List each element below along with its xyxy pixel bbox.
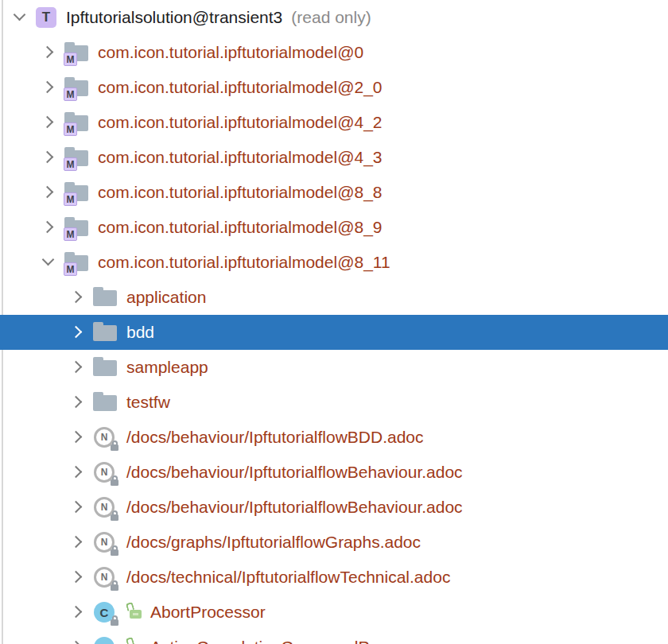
model-badge-icon: M — [64, 192, 77, 206]
model-folder-icon: M — [64, 145, 90, 169]
tree-item-label: sampleapp — [126, 358, 208, 377]
folder-icon — [93, 320, 118, 344]
model-badge-icon: M — [64, 122, 77, 136]
node-icon: N — [93, 565, 118, 589]
chevron-right-icon[interactable] — [68, 289, 84, 305]
node-icon: N — [93, 530, 118, 554]
folder-icon — [93, 285, 118, 309]
read-only-badge: (read only) — [291, 8, 371, 27]
tree-item-label: /docs/graphs/IpftutorialflowGraphs.adoc — [126, 533, 421, 552]
tree-row[interactable]: TIpftutorialsolution@transient3(read onl… — [0, 0, 668, 35]
chevron-right-icon[interactable] — [40, 80, 56, 95]
tree-row[interactable]: N/docs/behaviour/IpftutorialflowBehaviou… — [0, 455, 668, 490]
tree-row[interactable]: Mcom.icon.tutorial.ipftutorialmodel@8_8 — [0, 175, 668, 210]
node-icon: N — [93, 495, 118, 519]
tree-item-label: /docs/behaviour/IpftutorialflowBDD.adoc — [126, 428, 424, 447]
tree-item-label: ActionCompletionCommandProcessor — [150, 638, 433, 644]
model-folder-icon: M — [64, 76, 90, 99]
tree-item-label: com.icon.tutorial.ipftutorialmodel@4_2 — [98, 113, 383, 132]
chevron-right-icon[interactable] — [40, 114, 56, 130]
tree-row[interactable]: Mcom.icon.tutorial.ipftutorialmodel@0 — [0, 35, 668, 70]
chevron-right-icon[interactable] — [40, 45, 56, 60]
chevron-right-icon[interactable] — [68, 499, 84, 515]
chevron-right-icon[interactable] — [68, 429, 84, 445]
tree-row[interactable]: N/docs/behaviour/IpftutorialflowBehaviou… — [0, 490, 668, 525]
tree-row[interactable]: Mcom.icon.tutorial.ipftutorialmodel@4_2 — [0, 105, 668, 140]
tree-row[interactable]: testfw — [0, 385, 668, 420]
model-badge-icon: M — [64, 52, 77, 66]
tree-item-label: com.icon.tutorial.ipftutorialmodel@8_11 — [98, 253, 390, 272]
model-badge-icon: M — [64, 87, 77, 101]
class-icon: C — [93, 635, 118, 644]
tree-row[interactable]: Mcom.icon.tutorial.ipftutorialmodel@4_3 — [0, 140, 668, 175]
chevron-right-icon[interactable] — [68, 569, 84, 585]
model-folder-icon: M — [64, 250, 90, 274]
tree-row[interactable]: sampleapp — [0, 350, 668, 385]
tree-row[interactable]: N/docs/graphs/IpftutorialflowGraphs.adoc — [0, 525, 668, 560]
folder-shape — [93, 290, 117, 306]
class-circle-icon: C — [94, 637, 115, 644]
lock-badge-icon — [111, 549, 118, 556]
chevron-right-icon[interactable] — [68, 464, 84, 480]
project-tree: TIpftutorialsolution@transient3(read onl… — [0, 0, 668, 644]
chevron-right-icon[interactable] — [68, 639, 84, 644]
tree-item-label: AbortProcessor — [150, 603, 266, 622]
node-icon: N — [93, 460, 118, 484]
model-folder-icon: M — [64, 180, 90, 204]
tree-row[interactable]: Mcom.icon.tutorial.ipftutorialmodel@2_0 — [0, 70, 668, 105]
chevron-down-icon[interactable] — [40, 254, 56, 270]
tree-item-label: application — [126, 288, 206, 307]
model-badge-icon: M — [64, 262, 77, 276]
tree-item-label: testfw — [126, 393, 170, 412]
folder-shape — [93, 360, 117, 376]
tree-item-label: com.icon.tutorial.ipftutorialmodel@8_9 — [98, 218, 383, 237]
chevron-right-icon[interactable] — [68, 359, 84, 375]
chevron-right-icon[interactable] — [40, 219, 56, 235]
tree-item-label: com.icon.tutorial.ipftutorialmodel@0 — [98, 43, 363, 62]
lock-badge-icon — [111, 444, 118, 451]
model-folder-icon: M — [64, 215, 90, 239]
chevron-right-icon[interactable] — [68, 324, 84, 340]
tree-row[interactable]: CAbortProcessor — [0, 595, 668, 630]
tree-item-label: bdd — [126, 323, 154, 342]
tree-row[interactable]: Mcom.icon.tutorial.ipftutorialmodel@8_11 — [0, 245, 668, 280]
padlock-shackle — [126, 637, 134, 644]
folder-icon — [93, 390, 118, 414]
tree-item-label: /docs/technical/IpftutorialflowTechnical… — [126, 568, 450, 587]
chevron-right-icon[interactable] — [68, 604, 84, 620]
tree-row[interactable]: N/docs/behaviour/IpftutorialflowBDD.adoc — [0, 420, 668, 455]
tree-row[interactable]: bdd — [0, 315, 668, 350]
model-badge-icon: M — [64, 227, 77, 241]
model-folder-icon: M — [64, 111, 90, 134]
lock-badge-icon — [111, 584, 118, 591]
class-icon: C — [93, 600, 118, 624]
padlock-body — [130, 610, 142, 619]
tree-row[interactable]: CActionCompletionCommandProcessor — [0, 630, 668, 644]
tree-row[interactable]: Mcom.icon.tutorial.ipftutorialmodel@8_9 — [0, 210, 668, 245]
tree-row[interactable]: N/docs/technical/IpftutorialflowTechnica… — [0, 560, 668, 595]
tree-item-label: /docs/behaviour/IpftutorialflowBehaviour… — [126, 463, 463, 482]
lock-badge-icon — [111, 619, 118, 626]
node-icon: N — [93, 425, 118, 449]
model-badge-icon: M — [64, 157, 77, 171]
folder-icon — [93, 355, 118, 379]
tree-row[interactable]: application — [0, 280, 668, 315]
folder-shape — [93, 325, 117, 341]
lock-badge-icon — [111, 514, 118, 521]
chevron-right-icon[interactable] — [40, 149, 56, 165]
project-tree-panel: TIpftutorialsolution@transient3(read onl… — [0, 0, 668, 644]
solution-icon: T — [36, 7, 56, 28]
chevron-right-icon[interactable] — [68, 394, 84, 410]
tree-item-label: com.icon.tutorial.ipftutorialmodel@8_8 — [98, 183, 383, 202]
model-folder-icon: M — [64, 41, 90, 64]
tree-item-label: /docs/behaviour/IpftutorialflowBehaviour… — [126, 498, 463, 517]
unlocked-padlock-icon — [126, 637, 143, 644]
tree-item-label: com.icon.tutorial.ipftutorialmodel@2_0 — [98, 78, 383, 97]
chevron-right-icon[interactable] — [40, 184, 56, 200]
unlocked-padlock-icon — [126, 602, 143, 623]
chevron-down-icon[interactable] — [11, 10, 27, 25]
tree-item-label: com.icon.tutorial.ipftutorialmodel@4_3 — [98, 148, 383, 167]
lock-badge-icon — [111, 479, 118, 486]
tree-item-label: Ipftutorialsolution@transient3 — [66, 8, 282, 27]
chevron-right-icon[interactable] — [68, 534, 84, 550]
